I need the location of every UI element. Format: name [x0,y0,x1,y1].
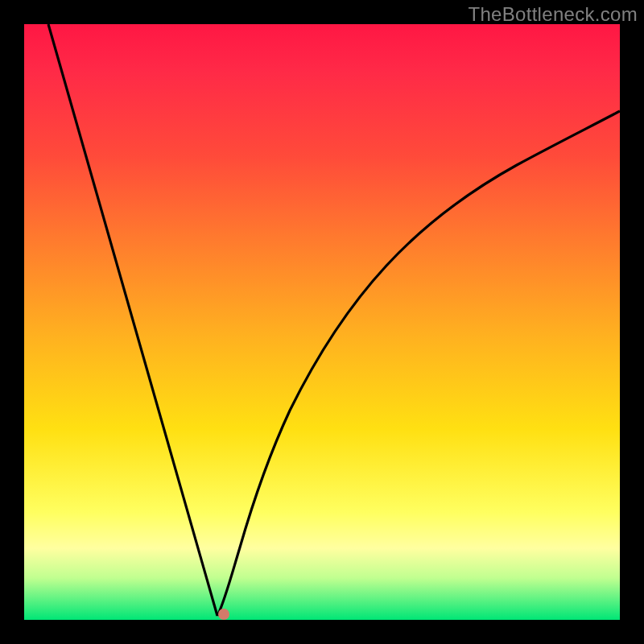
curve-right-branch [217,111,620,616]
bottleneck-curve [24,24,620,620]
minimum-marker [218,609,229,620]
attribution-text: TheBottleneck.com [468,3,638,26]
curve-left-branch [48,24,217,616]
plot-background [24,24,620,620]
